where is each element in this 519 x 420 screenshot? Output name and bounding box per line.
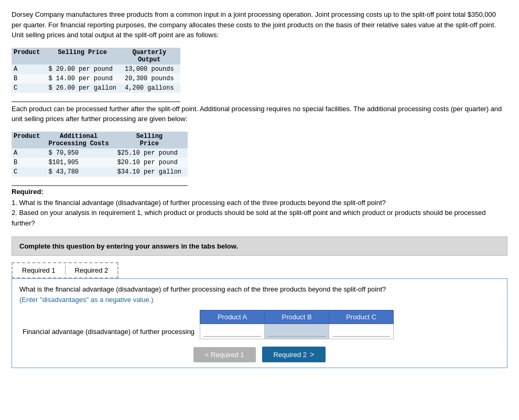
table1-col-output: QuarterlyOutput: [123, 48, 180, 64]
input-cell-b[interactable]: [265, 324, 329, 339]
next-arrow-icon: >: [310, 350, 314, 359]
table1-cell: B: [12, 74, 46, 83]
product-table1: Product Selling Price QuarterlyOutput A$…: [12, 48, 180, 93]
table2-cell: $20.10 per pound: [115, 158, 188, 167]
next-button-label: Required 2: [274, 351, 307, 359]
row-label: Financial advantage (disadvantage) of fu…: [19, 324, 200, 339]
col-header-product-b: Product B: [265, 310, 329, 324]
table2-cell: A: [12, 148, 46, 158]
table2-cell: B: [12, 158, 46, 167]
table1-cell: $ 14.00 per pound: [46, 74, 123, 83]
empty-header-cell: [19, 310, 200, 324]
required-text: 1. What is the financial advantage (disa…: [12, 198, 507, 229]
answer-table: Product A Product B Product C Financial …: [19, 310, 394, 339]
table2-cell: $34.10 per gallon: [115, 167, 188, 177]
input-cell-a[interactable]: [200, 324, 265, 339]
table1-cell: $ 26.00 per gallon: [46, 83, 123, 93]
tab-question-text: What is the financial advantage (disadva…: [19, 285, 386, 293]
prev-button[interactable]: < Required 1: [193, 347, 256, 362]
answer-row: Financial advantage (disadvantage) of fu…: [19, 324, 394, 339]
tab-question: What is the financial advantage (disadva…: [19, 284, 500, 305]
table1-cell: A: [12, 64, 46, 74]
nav-buttons: < Required 1 Required 2 >: [19, 347, 500, 362]
table2-cell: $ 70,950: [46, 148, 115, 158]
table2-wrapper: Product AdditionalProcessing Costs Selli…: [12, 132, 188, 186]
table2-col-processing: AdditionalProcessing Costs: [46, 132, 115, 148]
input-product-a[interactable]: [203, 326, 261, 337]
required-label: Required:: [12, 188, 507, 196]
input-product-b[interactable]: [268, 326, 326, 337]
table2-cell: $25.10 per pound: [115, 148, 188, 158]
input-product-c[interactable]: [332, 326, 390, 337]
table2-col-product: Product: [12, 132, 46, 148]
col-header-product-c: Product C: [329, 310, 394, 324]
complete-box-text: Complete this question by entering your …: [19, 242, 238, 250]
table1-col-product: Product: [12, 48, 46, 64]
table2-cell: $101,905: [46, 158, 115, 167]
col-header-product-a: Product A: [200, 310, 265, 324]
tab-content: What is the financial advantage (disadva…: [12, 278, 507, 368]
product-table2: Product AdditionalProcessing Costs Selli…: [12, 132, 188, 177]
intro-paragraph: Dorsey Company manufactures three produc…: [12, 9, 507, 40]
section2-paragraph: Each product can be processed further af…: [12, 104, 507, 124]
tabs-container: Required 1 Required 2: [12, 262, 118, 278]
table1-cell: 20,300 pounds: [123, 74, 180, 83]
table1-cell: 13,000 pounds: [123, 64, 180, 74]
table2-col-price: SellingPrice: [115, 132, 188, 148]
prev-button-label: < Required 1: [205, 351, 244, 359]
required-section: Required: 1. What is the financial advan…: [12, 188, 507, 229]
required-item-2: 2. Based on your analysis in requirement…: [12, 208, 507, 228]
table1-cell: C: [12, 83, 46, 93]
next-button[interactable]: Required 2 >: [262, 347, 326, 362]
table2-cell: $ 43,780: [46, 167, 115, 177]
complete-box: Complete this question by entering your …: [12, 236, 507, 256]
tab-question-note: (Enter "disadvantages" as a negative val…: [19, 296, 154, 304]
table1-cell: 4,200 gallons: [123, 83, 180, 93]
input-cell-c[interactable]: [329, 324, 394, 339]
tab-required1[interactable]: Required 1: [13, 263, 65, 277]
table1-wrapper: Product Selling Price QuarterlyOutput A$…: [12, 48, 180, 102]
table1-col-price: Selling Price: [46, 48, 123, 64]
table1-cell: $ 20.00 per pound: [46, 64, 123, 74]
table2-cell: C: [12, 167, 46, 177]
tab-required2[interactable]: Required 2: [66, 263, 118, 277]
required-item-1: 1. What is the financial advantage (disa…: [12, 198, 507, 208]
